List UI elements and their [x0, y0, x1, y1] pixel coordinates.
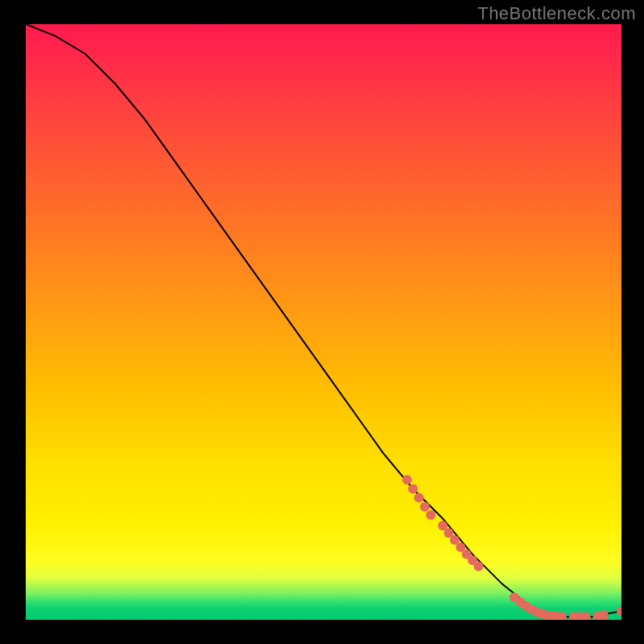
data-marker [414, 493, 423, 502]
plot-area [26, 24, 621, 620]
chart-container: TheBottleneck.com [0, 0, 644, 644]
data-marker [545, 611, 555, 620]
data-marker [515, 597, 525, 607]
data-marker [426, 510, 436, 520]
data-marker [444, 528, 453, 538]
curve-line [26, 24, 621, 617]
data-marker [522, 601, 531, 611]
data-marker [456, 543, 465, 552]
data-marker [408, 484, 418, 493]
watermark-text: TheBottleneck.com [477, 3, 636, 24]
data-marker [450, 535, 460, 545]
marker-group [402, 475, 621, 620]
data-marker [402, 475, 412, 485]
data-marker [569, 612, 579, 620]
data-marker [557, 612, 567, 620]
data-marker [473, 561, 483, 571]
data-marker [468, 555, 477, 565]
data-marker [539, 609, 549, 619]
data-marker [599, 610, 609, 620]
data-marker [575, 612, 584, 620]
data-marker [527, 605, 537, 614]
data-marker [533, 608, 543, 617]
chart-svg [26, 24, 621, 620]
data-marker [438, 521, 448, 530]
data-marker [420, 502, 430, 511]
data-marker [551, 612, 561, 620]
data-marker [592, 612, 602, 620]
data-marker [510, 592, 519, 602]
data-marker [462, 550, 472, 559]
data-marker [617, 606, 621, 616]
data-marker [581, 612, 591, 620]
